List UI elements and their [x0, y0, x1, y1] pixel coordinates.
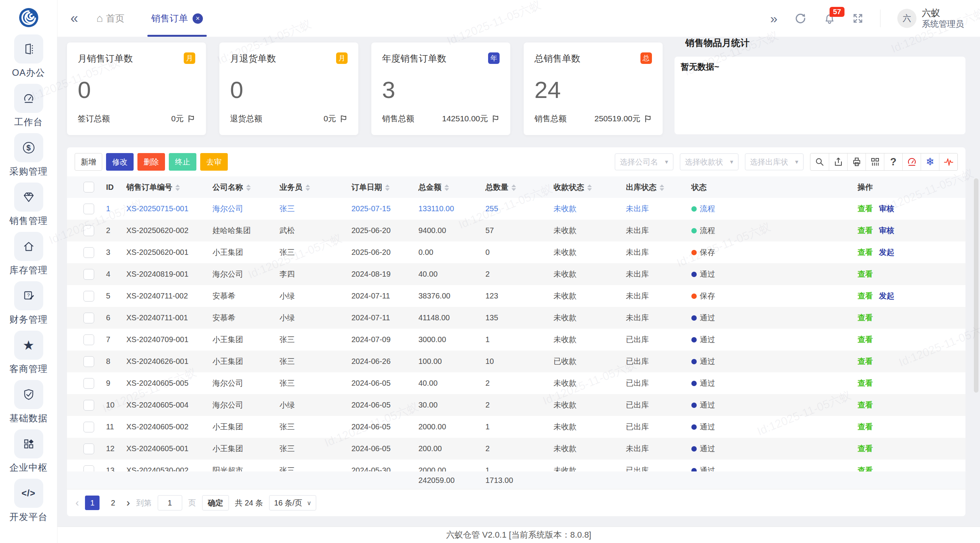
terminate-button[interactable]: 终止 [169, 153, 196, 171]
page-button-2[interactable]: 2 [106, 496, 120, 510]
sidebar-item-dev-platform[interactable]: </> 开发平台 [10, 479, 48, 523]
expand-tabs-icon[interactable]: » [770, 12, 777, 25]
view-link[interactable]: 查看 [858, 270, 873, 278]
search-icon[interactable] [810, 153, 829, 170]
sort-icon[interactable] [444, 184, 449, 191]
page-size-select[interactable]: 16 条/页 ∨ [269, 495, 316, 510]
view-link[interactable]: 查看 [858, 292, 873, 300]
collapse-tabs-icon[interactable]: « [70, 11, 78, 25]
fullscreen-icon[interactable] [853, 13, 863, 24]
row-checkbox[interactable] [83, 356, 94, 367]
add-button[interactable]: 新增 [75, 153, 102, 171]
sidebar-item-workbench[interactable]: 工作台 [14, 84, 43, 128]
confirm-page-button[interactable]: 确定 [202, 495, 229, 510]
table-row[interactable]: 1 XS-20250715-001 海尔公司 张三 2025-07-15 133… [67, 198, 965, 220]
row-checkbox[interactable] [83, 422, 94, 432]
row-checkbox[interactable] [83, 465, 94, 472]
sidebar-item-sales[interactable]: 销售管理 [10, 183, 48, 227]
row-checkbox[interactable] [83, 313, 94, 323]
table-row[interactable]: 10 XS-20240605-004 海尔公司 小绿 2024-06-05 30… [67, 394, 965, 416]
notifications-bell-icon[interactable]: 57 [823, 12, 836, 24]
view-link[interactable]: 查看 [858, 204, 873, 213]
pay-status-filter-select[interactable]: 选择收款状 ▼ [680, 153, 738, 170]
goto-page-input[interactable] [158, 495, 182, 510]
secondary-action-link[interactable]: 审核 [879, 204, 894, 213]
table-row[interactable]: 4 XS-20240819-001 海尔公司 李四 2024-08-19 40.… [67, 263, 965, 285]
view-link[interactable]: 查看 [858, 357, 873, 365]
row-checkbox[interactable] [83, 400, 94, 411]
app-logo[interactable] [19, 8, 39, 28]
columns-icon[interactable] [866, 153, 884, 170]
sidebar-item-customers[interactable]: ★ 客商管理 [10, 331, 48, 375]
sidebar-item-purchase[interactable]: $ 采购管理 [10, 133, 48, 178]
refresh-icon[interactable] [794, 12, 807, 24]
view-link[interactable]: 查看 [858, 444, 873, 453]
column-header-amount[interactable]: 总金额 [418, 176, 485, 198]
view-link[interactable]: 查看 [858, 401, 873, 409]
export-icon[interactable] [829, 153, 847, 170]
sort-icon[interactable] [305, 184, 310, 191]
row-checkbox[interactable] [83, 269, 94, 280]
row-checkbox[interactable] [83, 378, 94, 389]
out-status-filter-select[interactable]: 选择出库状 ▼ [745, 153, 804, 170]
close-tab-icon[interactable]: × [193, 13, 203, 24]
table-row[interactable]: 11 XS-20240605-002 小王集团 张三 2024-06-05 20… [67, 416, 965, 438]
view-link[interactable]: 查看 [858, 466, 873, 471]
table-row[interactable]: 2 XS-20250620-002 娃哈哈集团 武松 2025-06-20 94… [67, 220, 965, 241]
delete-button[interactable]: 删除 [137, 153, 165, 171]
table-row[interactable]: 3 XS-20250620-001 小王集团 张三 2025-06-20 0.0… [67, 241, 965, 263]
view-link[interactable]: 查看 [858, 422, 873, 431]
freeze-icon[interactable]: ❄ [921, 153, 939, 170]
row-checkbox[interactable] [83, 204, 94, 214]
edit-button[interactable]: 修改 [106, 153, 134, 171]
secondary-action-link[interactable]: 发起 [879, 248, 894, 256]
dashboard-gauge-icon[interactable] [902, 153, 921, 170]
table-row[interactable]: 9 XS-20240605-005 海尔公司 张三 2024-06-05 40.… [67, 372, 965, 394]
row-checkbox[interactable] [83, 334, 94, 345]
next-page-icon[interactable]: › [126, 497, 130, 508]
sort-icon[interactable] [587, 184, 592, 191]
column-header-qty[interactable]: 总数量 [485, 176, 554, 198]
table-row[interactable]: 6 XS-20240711-001 安慕希 小绿 2024-07-11 4114… [67, 307, 965, 329]
column-header-pay-status[interactable]: 收款状态 [554, 176, 626, 198]
sort-icon[interactable] [246, 184, 251, 191]
pulse-icon[interactable] [939, 153, 957, 170]
sort-icon[interactable] [660, 184, 664, 191]
table-row[interactable]: 12 XS-20240605-001 小王集团 张三 2024-06-05 20… [67, 438, 965, 460]
view-link[interactable]: 查看 [858, 379, 873, 387]
secondary-action-link[interactable]: 发起 [879, 292, 894, 300]
sort-icon[interactable] [385, 184, 390, 191]
print-icon[interactable] [847, 153, 866, 170]
column-header-out-status[interactable]: 出库状态 [626, 176, 691, 198]
row-checkbox[interactable] [83, 291, 94, 302]
table-scrollbar[interactable] [974, 178, 978, 393]
company-filter-select[interactable]: 选择公司名 ▼ [615, 153, 673, 170]
sidebar-item-inventory[interactable]: 库存管理 [10, 232, 48, 276]
user-menu[interactable]: 六 六蚁 系统管理员 [897, 7, 964, 29]
view-link[interactable]: 查看 [858, 335, 873, 344]
column-header-salesman[interactable]: 业务员 [279, 176, 351, 198]
tab-home[interactable]: ⌂ 首页 [96, 0, 124, 37]
prev-page-icon[interactable]: ‹ [75, 497, 79, 508]
row-checkbox[interactable] [83, 247, 94, 258]
row-checkbox[interactable] [83, 444, 94, 454]
sort-icon[interactable] [175, 184, 180, 191]
column-header-company[interactable]: 公司名称 [212, 176, 279, 198]
unaudit-button[interactable]: 去审 [200, 153, 228, 171]
page-button-1[interactable]: 1 [85, 496, 100, 510]
sidebar-item-oa-office[interactable]: OA办公 [12, 34, 45, 79]
table-row[interactable]: 8 XS-20240626-001 小王集团 张三 2024-06-26 100… [67, 351, 965, 372]
help-icon[interactable]: ? [884, 153, 902, 170]
table-row[interactable]: 7 XS-20240709-001 小王集团 张三 2024-07-09 300… [67, 329, 965, 351]
column-header-id[interactable]: ID [106, 176, 126, 198]
sidebar-item-enterprise-hub[interactable]: 企业中枢 [10, 429, 48, 474]
tab-sales-orders[interactable]: 销售订单 × [149, 0, 205, 37]
view-link[interactable]: 查看 [858, 248, 873, 256]
row-checkbox[interactable] [83, 225, 94, 236]
sidebar-item-finance[interactable]: ? 财务管理 [10, 281, 48, 326]
table-row[interactable]: 13 XS-20240530-002 阳光超市 张三 2024-05-30 20… [67, 460, 965, 471]
select-all-checkbox[interactable] [83, 182, 94, 192]
secondary-action-link[interactable]: 审核 [879, 226, 894, 235]
sort-icon[interactable] [511, 184, 516, 191]
sidebar-item-base-data[interactable]: 基础数据 [10, 380, 48, 424]
